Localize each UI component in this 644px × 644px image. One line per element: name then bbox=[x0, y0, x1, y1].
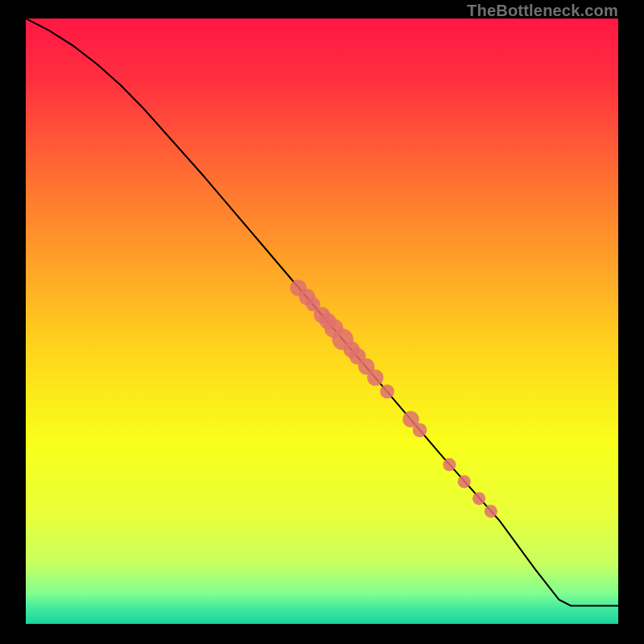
plot-area bbox=[26, 19, 618, 624]
data-marker bbox=[473, 492, 485, 505]
data-marker bbox=[380, 384, 394, 398]
data-marker bbox=[443, 458, 456, 471]
chart-frame: TheBottleneck.com bbox=[0, 0, 644, 644]
data-marker bbox=[413, 423, 427, 438]
watermark-text: TheBottleneck.com bbox=[467, 2, 618, 20]
data-marker bbox=[485, 505, 497, 518]
data-marker bbox=[458, 475, 471, 488]
data-marker bbox=[367, 369, 384, 386]
curve-layer bbox=[26, 19, 618, 624]
